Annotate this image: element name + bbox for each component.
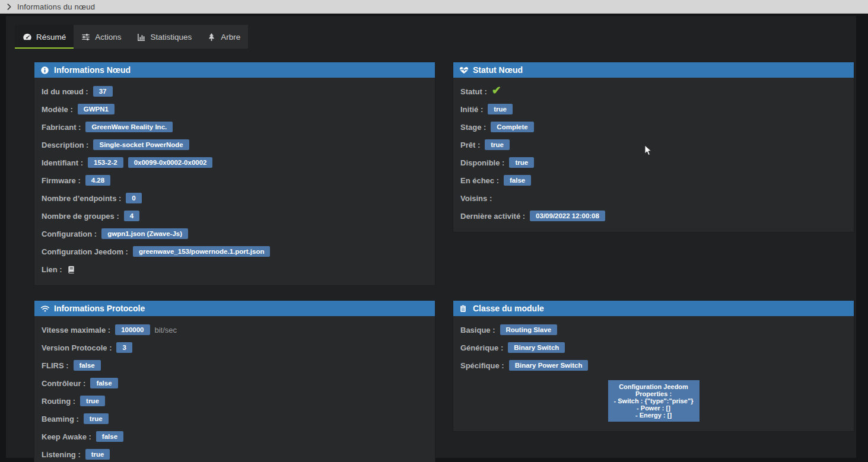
info-row: FLIRS :false <box>42 356 428 374</box>
page-title: Informations du nœud <box>17 2 95 11</box>
value-badge: true <box>488 104 513 114</box>
row-label: Initié : <box>460 105 483 114</box>
value-badge: Single-socket PowerNode <box>93 139 189 150</box>
info-row: Routing :true <box>42 392 428 410</box>
value-unit: bit/sec <box>155 326 177 334</box>
row-label: Basique : <box>460 326 495 334</box>
panel-title: Informations Protocole <box>54 304 145 313</box>
row-label: Générique : <box>460 343 503 352</box>
info-row: Dernière activité :03/09/2022 12:00:08 <box>460 207 847 225</box>
tab-resume[interactable]: Résumé <box>15 25 74 49</box>
row-label: Prêt : <box>460 141 480 149</box>
row-label: Configuration Jeedom : <box>42 247 128 256</box>
panel-body-node-status: Statut :✔Initié :trueStage :CompletePrêt… <box>453 78 854 232</box>
row-label: Beaming : <box>42 415 79 423</box>
row-label: Spécifique : <box>460 361 504 370</box>
value-badge: Routing Slave <box>500 324 558 335</box>
info-row: Description :Single-socket PowerNode <box>42 136 428 154</box>
info-row: Modèle :GWPN1 <box>42 100 428 118</box>
heart-pulse-icon <box>459 65 469 75</box>
panel-node-info: Informations NœudId du nœud :37Modèle :G… <box>34 62 435 286</box>
value-badge: false <box>504 175 531 186</box>
value-badge: Complete <box>491 122 533 132</box>
row-label: Id du nœud : <box>42 87 88 96</box>
value-badge: false <box>96 431 123 442</box>
value-badge: 100000 <box>115 324 150 335</box>
value-badge: true <box>485 139 510 150</box>
infobox-line: Properties : <box>612 390 696 397</box>
panel-grid: Informations NœudId du nœud :37Modèle :G… <box>34 62 854 462</box>
tab-statistiques[interactable]: Statistiques <box>129 25 200 49</box>
book-icon[interactable] <box>67 265 76 274</box>
info-row: Nombre de groupes :4 <box>42 207 428 225</box>
panel-title: Statut Nœud <box>473 65 523 75</box>
info-row: Voisins : <box>460 189 847 207</box>
info-row: En échec :false <box>460 171 847 189</box>
jeedom-config-properties-box: Configuration JeedomProperties :- Switch… <box>608 380 700 422</box>
infobox-line: - Power : [] <box>612 404 696 412</box>
row-label: Voisins : <box>460 194 492 203</box>
value-badge: false <box>90 378 117 388</box>
panel-body-node-info: Id du nœud :37Modèle :GWPN1Fabricant :Gr… <box>34 78 435 285</box>
value-badge: 0x0099-0x0002-0x0002 <box>128 157 213 168</box>
info-row: Lien : <box>42 260 428 278</box>
value-badge: 4.28 <box>85 175 110 186</box>
value-badge: 37 <box>93 86 113 97</box>
row-label: Disponible : <box>460 158 504 167</box>
tree-icon <box>207 32 217 42</box>
panel-header-module-class: Classe du module <box>453 301 854 316</box>
info-row: Configuration :gwpn1.json (Zwave-Js) <box>42 225 428 243</box>
info-row: Listening :true <box>42 445 428 462</box>
sliders-icon <box>81 32 91 42</box>
panel-header-node-info: Informations Nœud <box>34 62 435 78</box>
row-label: Fabricant : <box>42 123 81 132</box>
tab-label: Statistiques <box>151 33 192 42</box>
row-label: Version Protocole : <box>42 343 112 352</box>
row-label: Routing : <box>42 397 75 406</box>
infobox-line: - Switch : {"type":"prise"} <box>612 397 696 404</box>
info-row: Contrôleur :false <box>42 374 428 392</box>
row-label: Contrôleur : <box>42 379 85 388</box>
value-badge: greenwave_153/powernode.1.port.json <box>133 246 271 257</box>
tab-arbre[interactable]: Arbre <box>199 25 248 49</box>
value-badge: 3 <box>116 342 132 353</box>
value-badge: false <box>74 360 101 371</box>
value-badge: 03/09/2022 12:00:08 <box>530 211 605 221</box>
info-icon <box>40 65 50 75</box>
row-label: Dernière activité : <box>460 212 525 221</box>
info-row: Id du nœud :37 <box>42 82 428 100</box>
panel-row-2: Informations ProtocoleVitesse maximale :… <box>34 300 854 462</box>
tab-label: Actions <box>95 33 121 42</box>
breadcrumb-bar[interactable]: Informations du nœud <box>0 0 868 14</box>
infobox-line: Configuration Jeedom <box>612 383 696 390</box>
info-row: Prêt :true <box>460 136 847 154</box>
info-row: Nombre d’endpoints :0 <box>42 189 428 207</box>
panel-protocol-info: Informations ProtocoleVitesse maximale :… <box>34 300 435 462</box>
value-badge: Binary Power Switch <box>509 360 589 371</box>
tab-actions[interactable]: Actions <box>74 25 129 49</box>
tab-bar: RésuméActionsStatistiquesArbre <box>15 25 248 49</box>
infobox-line: - Energy : [] <box>612 412 696 419</box>
row-label: Vitesse maximale : <box>42 326 110 334</box>
panel-title: Informations Nœud <box>54 65 131 75</box>
tab-label: Arbre <box>221 33 240 42</box>
info-row: Identifiant :153-2-20x0099-0x0002-0x0002 <box>42 154 428 171</box>
value-badge: 153-2-2 <box>88 157 123 168</box>
panel-node-status: Statut NœudStatut :✔Initié :trueStage :C… <box>453 62 854 232</box>
value-badge: true <box>85 449 110 460</box>
value-badge: Binary Switch <box>508 342 565 353</box>
row-label: Stage : <box>460 123 486 132</box>
bar-chart-icon <box>137 32 147 42</box>
value-badge: true <box>84 413 109 424</box>
value-badge: true <box>509 157 534 168</box>
panel-title: Classe du module <box>473 304 544 313</box>
panel-module-class: Classe du moduleBasique :Routing SlaveGé… <box>453 300 854 432</box>
row-label: Nombre de groupes : <box>42 212 119 221</box>
panel-row-1: Informations NœudId du nœud :37Modèle :G… <box>34 62 854 286</box>
value-badge: true <box>80 396 105 406</box>
gauge-icon <box>23 32 32 42</box>
info-row: Configuration Jeedom :greenwave_153/powe… <box>42 243 428 260</box>
info-row: Version Protocole :3 <box>42 339 428 356</box>
value-badge: GreenWave Reality Inc. <box>85 122 173 132</box>
row-label: Lien : <box>42 265 62 274</box>
